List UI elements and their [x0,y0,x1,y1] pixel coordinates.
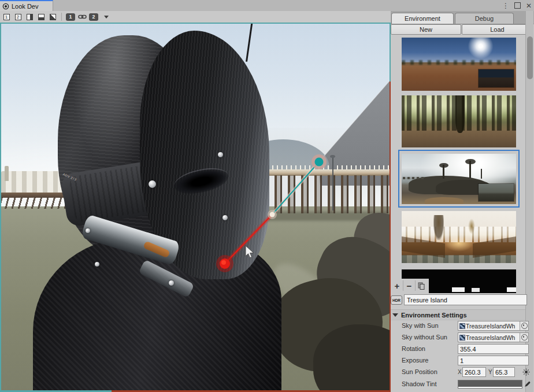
camera2-icon: 2 [89,13,98,21]
viewport-border-left [0,23,1,392]
copy-icon [418,282,425,290]
toolbar-separator [61,13,62,21]
env-thumbnail-church[interactable] [402,211,516,263]
rotation-input[interactable] [458,344,529,354]
single1-icon: 1 [3,14,10,20]
tab-environment[interactable]: Environment [391,13,454,24]
shadow-tint-swatch[interactable] [458,380,522,389]
camera1-icon: 1 [66,13,75,21]
exposure-label: Exposure [402,356,459,365]
close-icon[interactable]: ✕ [526,2,532,9]
sun-gizmo-button[interactable] [521,367,531,377]
environment-settings-header[interactable]: Environment Settings [391,309,525,320]
environment-panel: Environment Debug New Load [391,11,534,392]
view-zone-button[interactable] [47,12,58,21]
foldout-arrow-icon [392,313,398,317]
camera1-button[interactable]: 1 [65,12,76,21]
env-thumbnail-inset [479,69,514,87]
maximize-icon[interactable] [514,2,521,9]
split-icon [38,14,44,20]
new-button[interactable]: New [391,24,461,35]
sun-icon [522,368,530,376]
view-split-button[interactable] [36,12,46,21]
sun-x-input[interactable] [462,367,486,377]
sky-with-sun-field[interactable]: TreasureIslandWh [458,321,529,331]
env-thumbnail-desert[interactable] [402,38,516,91]
eyedropper-icon [524,380,531,387]
cubemap-icon [459,323,465,329]
hdr-badge: HDR [391,295,402,305]
camera-menu-dropdown[interactable] [100,12,110,21]
view-single2-button[interactable]: 2 [13,12,23,21]
env-thumbnail-forest[interactable] [402,95,516,147]
scrollbar-thumb[interactable] [527,36,533,79]
mouse-cursor [246,246,254,258]
sun-y-label: Y [488,367,492,377]
view-side-by-side-button[interactable] [24,12,35,21]
separator-teal-handle [315,158,324,167]
duplicate-environment-button[interactable] [416,279,427,292]
sun-position-label: Sun Position [402,367,459,377]
view-single1-button[interactable]: 1 [1,12,12,21]
load-button[interactable]: Load [462,24,533,35]
object-picker-icon[interactable] [520,333,528,342]
environment-name-input[interactable] [404,294,527,305]
split-seam-line [319,81,390,162]
eyedropper-button[interactable] [523,379,532,389]
sun-x-label: X [458,367,462,377]
single2-icon: 2 [15,14,21,20]
exposure-input[interactable] [458,356,529,365]
object-picker-icon[interactable] [520,321,528,330]
env-thumbnail-inset [479,184,514,201]
lookdev-window-tab[interactable]: Look Dev [0,0,53,11]
separator-center-handle [270,212,275,217]
viewport[interactable]: ADV 273 [1,24,390,390]
env-thumbnail-treasure-island[interactable] [402,154,516,204]
zone-icon [50,14,56,20]
camera-link-button[interactable] [77,12,87,21]
cubemap-icon [459,335,465,341]
eye-icon [2,3,9,10]
window-controls: ⋮ ✕ [502,0,532,11]
link-icon [78,14,87,20]
sun-y-input[interactable] [493,367,515,377]
remove-environment-button[interactable]: − [403,279,415,292]
split-manipulator[interactable] [1,24,390,390]
tab-debug[interactable]: Debug [455,13,514,24]
window-titlebar: Look Dev ⋮ ✕ [0,0,534,12]
chevron-down-icon [104,16,109,19]
viewport-border-top [0,23,391,24]
side-by-side-icon [27,14,33,20]
window-menu-icon[interactable]: ⋮ [502,2,509,9]
lookdev-toolbar: 1 2 1 2 [0,11,391,23]
shadow-tint-label: Shadow Tint [402,379,459,389]
sky-without-sun-field[interactable]: TreasureIslandWh [458,332,529,342]
rotation-label: Rotation [402,344,459,354]
window-title: Look Dev [12,3,38,10]
add-environment-button[interactable]: + [391,279,403,292]
sky-with-sun-label: Sky with Sun [402,321,459,331]
camera2-button[interactable]: 2 [88,12,99,21]
sky-without-sun-label: Sky without Sun [402,332,459,342]
lookdev-window: Look Dev ⋮ ✕ 1 2 1 2 [0,0,534,392]
